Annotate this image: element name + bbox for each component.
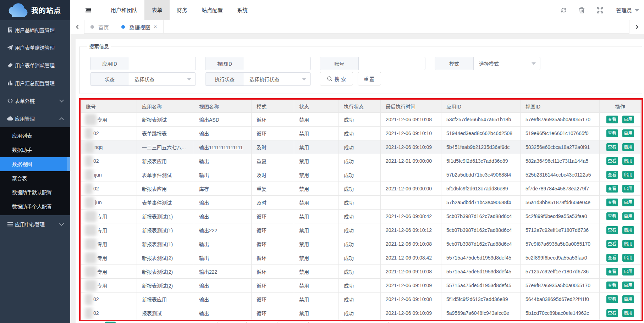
page-tab-0[interactable]: 首页 <box>84 20 115 34</box>
view-button[interactable]: 查看 <box>606 199 618 206</box>
enable-button[interactable]: 启用 <box>622 282 634 289</box>
cell-status: 禁用 <box>294 293 339 306</box>
cell-exec_status: 成功 <box>339 196 381 210</box>
cell-exec_status: 成功 <box>339 113 381 127</box>
enable-button[interactable]: 启用 <box>622 116 634 123</box>
fullscreen-icon[interactable] <box>597 7 603 13</box>
view-button[interactable]: 查看 <box>606 268 618 275</box>
tabs-scroll-right-button[interactable] <box>629 20 644 34</box>
account-suffix: 02 <box>93 158 99 164</box>
enable-button[interactable]: 启用 <box>622 129 634 137</box>
enable-button[interactable]: 启用 <box>622 212 634 220</box>
enable-button[interactable]: 启用 <box>622 309 634 317</box>
cell-mode: 及时 <box>252 140 294 154</box>
cell-exec_status: 成功 <box>339 127 381 140</box>
view-button[interactable]: 查看 <box>606 143 618 151</box>
view-button[interactable]: 查看 <box>606 185 618 193</box>
sidebar-subitem-1[interactable]: 数据助手 <box>0 143 70 157</box>
sidebar-subitem-0[interactable]: 应用列表 <box>0 129 70 143</box>
enable-button[interactable]: 启用 <box>622 199 634 206</box>
view-button[interactable]: 查看 <box>606 254 618 262</box>
close-icon[interactable]: × <box>154 24 157 30</box>
redacted-account <box>85 169 93 181</box>
cell-status: 禁用 <box>294 182 339 196</box>
tabs-scroll-left-button[interactable] <box>70 20 84 34</box>
sidebar-item-3[interactable]: 用户汇总配置管理 <box>0 74 70 92</box>
cell-actions: 查看启用 <box>600 279 641 293</box>
enable-button[interactable]: 启用 <box>622 143 634 151</box>
cell-exec_status: 成功 <box>339 237 381 251</box>
cell-status: 禁用 <box>294 251 339 265</box>
sidebar-item-6[interactable]: 应用中心管理 <box>0 215 70 233</box>
cell-mode: 及时 <box>252 168 294 182</box>
cell-app_id: 55715a475de5d1953d8def45 <box>441 279 521 293</box>
column-header-8: 视图ID <box>521 100 600 113</box>
sidebar-item-5[interactable]: 应用管理 <box>0 110 70 127</box>
topbar-nav-item-2[interactable]: 财务 <box>170 0 194 20</box>
send-icon <box>7 45 13 51</box>
sidebar-subitem-4[interactable]: 数据助手默认配置 <box>0 185 70 200</box>
view-button[interactable]: 查看 <box>606 282 618 289</box>
refresh-icon[interactable] <box>561 7 567 13</box>
page-tab-1[interactable]: 数据视图× <box>115 20 164 34</box>
pagination-jump-input[interactable] <box>277 322 309 323</box>
cell-app_id: 57b2a5dbdd71bc3e490688f4 <box>441 168 521 182</box>
sidebar-subitem-3[interactable]: 聚合表 <box>0 171 70 185</box>
account-suffix: 专用 <box>97 268 107 275</box>
view-button[interactable]: 查看 <box>606 116 618 123</box>
cell-view_id: 5644ba838695d67ed22f41f0 <box>521 293 600 306</box>
cell-app_id: 5cb07b3987d162c7ad88d6c4 <box>441 237 521 251</box>
view-button[interactable]: 查看 <box>606 212 618 220</box>
sidebar-item-4[interactable]: 表单外链 <box>0 92 70 110</box>
cell-view_id: 57e9f87a6935a5b0a0055170 <box>521 279 600 293</box>
enable-button[interactable]: 启用 <box>622 171 634 179</box>
topbar-nav-item-0[interactable]: 用户和团队 <box>104 0 144 20</box>
enable-button[interactable]: 启用 <box>622 268 634 275</box>
sidebar-item-0[interactable]: 用户基础配置管理 <box>0 21 70 39</box>
enable-button[interactable]: 启用 <box>622 254 634 262</box>
sidebar-menu: 用户基础配置管理用户表单赠送管理用户表单消耗管理用户汇总配置管理表单外链应用管理… <box>0 21 70 233</box>
tab-label: 首页 <box>98 23 109 31</box>
cell-mode: 重复 <box>252 154 294 168</box>
cell-last_time: 2021-12-06 09:10:08 <box>381 265 441 279</box>
table-row-10: 专用新报表测试(2)输出循环禁用成功2021-12-06 09:08:42557… <box>81 251 641 265</box>
cell-app_name: 报表测试 <box>137 306 194 320</box>
sidebar-item-1[interactable]: 用户表单赠送管理 <box>0 39 70 56</box>
view-button[interactable]: 查看 <box>606 295 618 303</box>
fold-menu-icon[interactable] <box>80 0 96 20</box>
sidebar-item-2[interactable]: 用户表单消耗管理 <box>0 56 70 74</box>
topbar-nav-item-1[interactable]: 表单 <box>144 0 170 20</box>
admin-dropdown[interactable]: 管理员 <box>616 6 639 14</box>
enable-button[interactable]: 启用 <box>622 226 634 234</box>
pagination-page-size-select[interactable] <box>217 322 247 323</box>
cell-actions: 查看启用 <box>600 237 641 251</box>
account-suffix: 专用 <box>97 240 107 247</box>
view-button[interactable]: 查看 <box>606 157 618 165</box>
sidebar-subitem-5[interactable]: 数据助手个人配置 <box>0 200 70 214</box>
enable-button[interactable]: 启用 <box>622 157 634 165</box>
view-button[interactable]: 查看 <box>606 129 618 137</box>
cell-app_name: 新报表测试(2) <box>137 265 194 279</box>
topbar: 用户和团队表单财务站点配置系统 <box>70 0 644 20</box>
cell-app_name: 新报表应用 <box>137 293 194 306</box>
cell-exec_status: 成功 <box>339 279 381 293</box>
account-suffix: ijun <box>94 172 102 178</box>
view-button[interactable]: 查看 <box>606 226 618 234</box>
account-suffix: 专用 <box>97 254 107 261</box>
enable-button[interactable]: 启用 <box>622 185 634 193</box>
topbar-nav-item-3[interactable]: 站点配置 <box>194 0 230 20</box>
chevron-down-icon <box>59 221 64 227</box>
sidebar-item-label: 应用管理 <box>15 115 35 122</box>
cell-status: 禁用 <box>294 223 339 237</box>
view-button[interactable]: 查看 <box>606 240 618 248</box>
redacted-account <box>85 294 93 305</box>
enable-button[interactable]: 启用 <box>622 240 634 248</box>
trash-icon[interactable] <box>579 7 585 13</box>
view-button[interactable]: 查看 <box>606 309 618 317</box>
enable-button[interactable]: 启用 <box>622 295 634 303</box>
topbar-nav-item-4[interactable]: 系统 <box>230 0 255 20</box>
view-button[interactable]: 查看 <box>606 171 618 179</box>
sidebar-subitem-2[interactable]: 数据视图 <box>0 157 70 171</box>
pagination-active-page[interactable] <box>105 322 116 323</box>
account-suffix: 专用 <box>97 213 107 220</box>
